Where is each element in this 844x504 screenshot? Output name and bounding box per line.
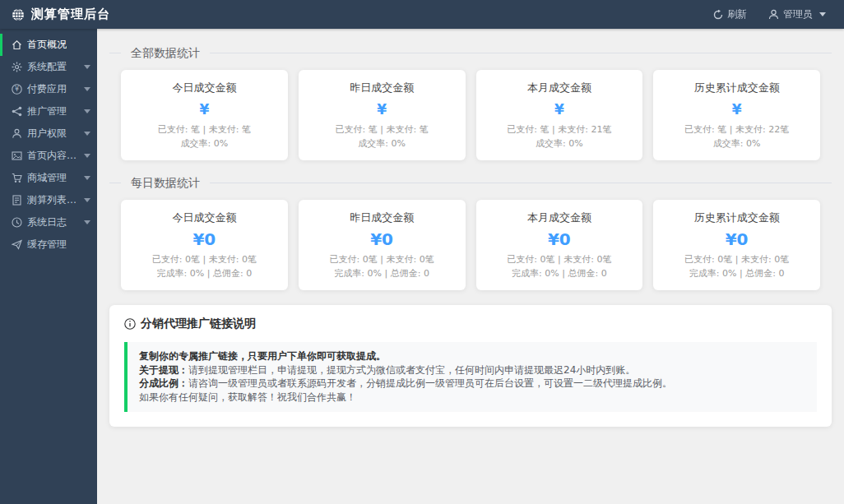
sidebar-item-home-content[interactable]: 首页内容管理 [0, 145, 97, 167]
divider-line [109, 53, 832, 53]
stat-card-today-amount: 今日成交金额 ¥0 已支付: 0笔 | 未支付: 0笔 完成率: 0% | 总佣… [121, 200, 288, 290]
chevron-down-icon [819, 12, 826, 16]
home-icon [12, 39, 22, 50]
sidebar-item-label: 系统配置 [27, 60, 67, 74]
notice-line: 分成比例：请咨询一级管理员或者联系源码开发者，分销提成比例一级管理员可在后台设置… [139, 377, 805, 391]
section-divider-daily-stats: 每日数据统计 [109, 173, 832, 192]
sidebar: 首页概况 系统配置 ¥ 付费应用 [0, 29, 97, 504]
card-amount: ¥0 [483, 229, 637, 249]
sidebar-item-label: 商城管理 [27, 171, 67, 185]
stat-card-today-amount: 今日成交金额 ¥ 已支付: 笔 | 未支付: 笔 成交率: 0% [121, 70, 288, 160]
notice-line: 关于提现：请到提现管理栏目，申请提现，提现方式为微信或者支付宝，任何时间内申请提… [139, 363, 805, 377]
sidebar-item-label: 首页概况 [27, 38, 67, 52]
stat-card-yesterday-amount: 昨日成交金额 ¥0 已支付: 0笔 | 未支付: 0笔 完成率: 0% | 总佣… [299, 200, 466, 290]
cart-icon [12, 173, 22, 183]
section-divider-all-stats: 全部数据统计 [109, 44, 832, 62]
card-amount: ¥0 [660, 229, 814, 249]
header-actions: 刷新 管理员 [713, 7, 844, 21]
card-paid-unpaid: 已支付: 笔 | 未支付: 笔 [305, 123, 459, 136]
promo-notice-body: 复制你的专属推广链接，只要用户下单你即可获取提成。 关于提现：请到提现管理栏目，… [124, 342, 817, 412]
card-paid-unpaid: 已支付: 0笔 | 未支付: 0笔 [128, 252, 281, 266]
card-paid-unpaid: 已支付: 笔 | 未支付: 笔 [128, 123, 281, 136]
card-rate: 成交率: 0% [483, 136, 637, 150]
app-logo-globe-icon [12, 8, 25, 21]
send-icon [12, 239, 22, 250]
card-rate-commission: 完成率: 0% | 总佣金: 0 [660, 266, 814, 280]
svg-text:¥: ¥ [15, 86, 19, 93]
card-title: 历史累计成交金额 [660, 81, 814, 95]
sidebar-item-label: 付费应用 [27, 82, 67, 96]
divider-line [109, 183, 832, 183]
card-rate-commission: 完成率: 0% | 总佣金: 0 [305, 266, 459, 280]
sidebar-item-calc-list[interactable]: 测算列表管理 [0, 189, 97, 211]
card-paid-unpaid: 已支付: 0笔 | 未支付: 0笔 [483, 252, 637, 266]
clock-icon [12, 217, 22, 228]
chevron-down-icon [84, 87, 90, 91]
chevron-down-icon [84, 109, 90, 113]
section-title: 每日数据统计 [121, 173, 210, 192]
brand: 测算管理后台 [0, 7, 197, 22]
card-title: 历史累计成交金额 [660, 210, 814, 225]
card-title: 本月成交金额 [483, 210, 637, 225]
sidebar-item-label: 用户权限 [27, 127, 67, 141]
refresh-icon [713, 10, 723, 20]
card-amount: ¥0 [128, 229, 281, 249]
card-amount: ¥ [660, 101, 814, 118]
card-amount: ¥ [305, 101, 459, 118]
card-title: 昨日成交金额 [305, 81, 459, 95]
yen-circle-icon: ¥ [12, 84, 22, 95]
chevron-down-icon [84, 65, 90, 69]
card-amount: ¥ [483, 101, 637, 118]
chevron-down-icon [84, 132, 90, 136]
card-amount: ¥ [128, 101, 281, 118]
document-icon [12, 195, 22, 206]
stat-card-history-amount: 历史累计成交金额 ¥ 已支付: 笔 | 未支付: 22笔 成交率: 0% [653, 70, 820, 160]
card-paid-unpaid: 已支付: 0笔 | 未支付: 0笔 [660, 252, 814, 266]
app-header: 测算管理后台 刷新 管理员 [0, 0, 844, 29]
main-content: 全部数据统计 今日成交金额 ¥ 已支付: 笔 | 未支付: 笔 成交率: 0% … [97, 29, 844, 504]
sidebar-item-system-logs[interactable]: 系统日志 [0, 211, 97, 234]
sidebar-item-promotion[interactable]: 推广管理 [0, 100, 97, 123]
sidebar-item-paid-apps[interactable]: ¥ 付费应用 [0, 78, 97, 100]
user-icon [768, 9, 779, 20]
notice-line: 如果你有任何疑问，获取解答！祝我们合作共赢！ [139, 391, 805, 405]
sidebar-item-label: 系统日志 [27, 215, 67, 229]
sidebar-item-label: 推广管理 [27, 104, 67, 118]
card-rate: 成交率: 0% [128, 136, 281, 150]
card-rate: 成交率: 0% [305, 136, 459, 150]
sidebar-item-mall[interactable]: 商城管理 [0, 167, 97, 189]
gear-icon [12, 62, 22, 72]
sidebar-item-label: 测算列表管理 [27, 193, 79, 207]
card-paid-unpaid: 已支付: 笔 | 未支付: 22笔 [660, 123, 814, 136]
sidebar-item-label: 缓存管理 [27, 238, 67, 252]
chevron-down-icon [84, 220, 90, 224]
user-menu[interactable]: 管理员 [768, 7, 826, 21]
all-stats-card-row: 今日成交金额 ¥ 已支付: 笔 | 未支付: 笔 成交率: 0% 昨日成交金额 … [121, 70, 820, 160]
chevron-down-icon [84, 198, 90, 202]
card-amount: ¥0 [305, 229, 459, 249]
picture-icon [12, 150, 22, 161]
card-title: 今日成交金额 [128, 81, 281, 95]
sidebar-item-system-config[interactable]: 系统配置 [0, 56, 97, 78]
share-icon [12, 106, 22, 117]
sidebar-item-cache[interactable]: 缓存管理 [0, 234, 97, 256]
card-rate-commission: 完成率: 0% | 总佣金: 0 [128, 266, 281, 280]
refresh-label: 刷新 [727, 7, 747, 21]
daily-stats-card-row: 今日成交金额 ¥0 已支付: 0笔 | 未支付: 0笔 完成率: 0% | 总佣… [121, 200, 820, 290]
card-title: 本月成交金额 [483, 81, 637, 95]
app-title: 测算管理后台 [31, 7, 110, 22]
sidebar-item-home-overview[interactable]: 首页概况 [0, 34, 97, 56]
promo-notice-title: 分销代理推广链接说明 [141, 317, 256, 331]
refresh-button[interactable]: 刷新 [713, 7, 747, 21]
stat-card-month-amount: 本月成交金额 ¥0 已支付: 0笔 | 未支付: 0笔 完成率: 0% | 总佣… [476, 200, 643, 290]
card-rate-commission: 完成率: 0% | 总佣金: 0 [483, 266, 637, 280]
card-title: 今日成交金额 [128, 210, 281, 225]
chevron-down-icon [84, 176, 90, 180]
card-rate: 成交率: 0% [660, 136, 814, 150]
card-paid-unpaid: 已支付: 笔 | 未支付: 21笔 [483, 123, 637, 136]
card-paid-unpaid: 已支付: 0笔 | 未支付: 0笔 [305, 252, 459, 266]
sidebar-item-user-permissions[interactable]: 用户权限 [0, 123, 97, 145]
chevron-down-icon [84, 154, 90, 158]
info-icon [124, 318, 136, 330]
stat-card-history-amount: 历史累计成交金额 ¥0 已支付: 0笔 | 未支付: 0笔 完成率: 0% | … [653, 200, 820, 290]
